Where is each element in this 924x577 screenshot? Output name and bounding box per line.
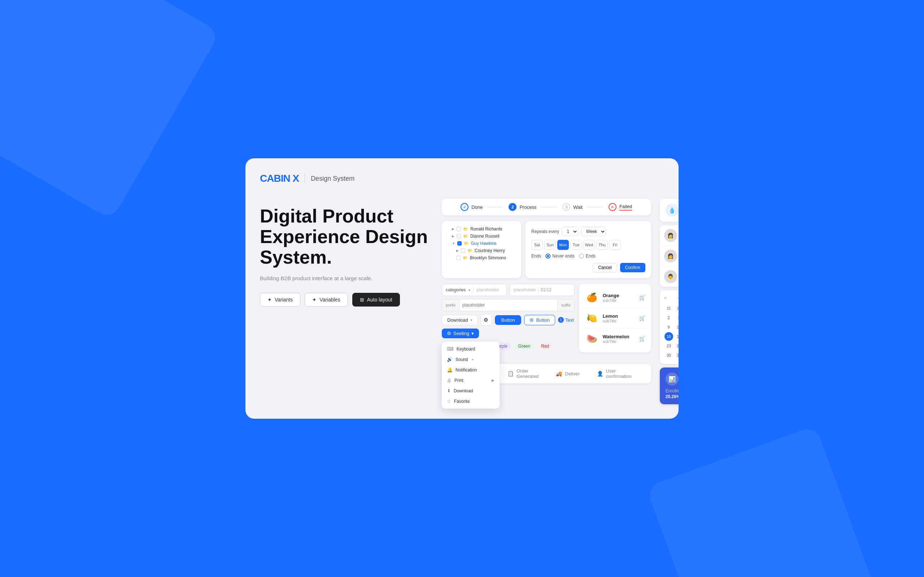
dropdown-download[interactable]: ⬇ Download <box>442 385 499 396</box>
variants-button[interactable]: ✦ Variants <box>260 293 300 306</box>
never-ends-option[interactable]: Never ends <box>545 253 574 259</box>
tree-name-1: Dianne Russell <box>470 234 499 239</box>
design-system-label: Design System <box>311 175 354 182</box>
fruit-img-2: 🍉 <box>585 331 599 346</box>
tree-widget: ▶ 📁 Ronald Richards ▶ 📁 Dianne Russell ▼… <box>442 221 521 278</box>
cal-3[interactable]: 3 <box>675 313 678 322</box>
day-thu[interactable]: Thu <box>596 240 608 250</box>
day-wed[interactable]: Wed <box>583 240 595 250</box>
tree-check-3[interactable] <box>461 248 465 253</box>
repeat-value-select[interactable]: 1 <box>562 227 578 236</box>
dropdown-keyboard[interactable]: ⌨ Keyboard <box>442 344 499 354</box>
tag-green[interactable]: Green <box>515 343 534 350</box>
cal-23[interactable]: 23 <box>664 342 673 350</box>
tab-user-confirm[interactable]: 👤 User confirmation <box>588 368 640 379</box>
cal-head-0: 25 <box>664 304 673 313</box>
cal-9[interactable]: 9 <box>664 323 673 331</box>
day-fri[interactable]: Fri <box>609 240 621 250</box>
right-sidebar: 💧 Water Bill $10,596.80 👩 Title subTitle… <box>660 199 678 404</box>
never-ends-label: Never ends <box>552 253 574 259</box>
primary-button[interactable]: Button <box>495 315 522 325</box>
cancel-button[interactable]: Cancel <box>593 263 617 272</box>
autolayout-button[interactable]: ⊞ Auto layout <box>352 293 400 306</box>
prefix-input[interactable]: prefix suffix <box>442 299 575 311</box>
gear-button[interactable]: ⚙ <box>480 314 492 326</box>
tab-order[interactable]: 📋 Order Generated <box>499 368 547 379</box>
tree-chevron-0: ▶ <box>452 227 454 231</box>
confirm-button[interactable]: Confirm <box>620 263 645 272</box>
cal-2[interactable]: 2 <box>664 313 673 322</box>
cal-10[interactable]: 10 <box>675 323 678 331</box>
variants-label: Variants <box>275 297 293 303</box>
right-area: ✓ Done 2 Process 3 Wait ✕ Failed <box>442 199 651 404</box>
badge-dot: 1 <box>558 317 564 323</box>
cal-prev[interactable]: ‹ <box>677 295 678 300</box>
tab-user-confirm-label: User confirmation <box>606 368 632 379</box>
dropdown-print[interactable]: 🖨 Print ▶ <box>442 375 499 385</box>
favorite-label: Favorite <box>454 399 470 404</box>
tab-deliver[interactable]: 🚚 Deliver <box>547 371 588 377</box>
day-sat[interactable]: Sat <box>531 240 543 250</box>
day-tue[interactable]: Tue <box>570 240 582 250</box>
cal-17[interactable]: 17 <box>675 332 678 341</box>
tree-check-0[interactable] <box>457 227 461 231</box>
action-buttons: ✦ Variants ✦ Variables ⊞ Auto layout <box>260 293 433 306</box>
tree-row-2: ▼ ✓ 📁 Guy Hawkins <box>447 240 515 247</box>
tree-name-3: Courtney Henry <box>475 248 505 253</box>
fruit-info-0: Orange subTitle <box>603 293 636 303</box>
print-label: Print <box>454 378 464 383</box>
logo: CABIN X <box>260 173 299 184</box>
ends-radio[interactable] <box>579 253 584 259</box>
main-card: CABIN X Design System Digital Product Ex… <box>246 158 678 419</box>
tree-chevron-1: ▶ <box>452 234 454 238</box>
tree-check-4[interactable] <box>456 256 460 260</box>
tag-red[interactable]: Red <box>538 343 552 350</box>
download-button[interactable]: Download ▾ <box>442 315 478 325</box>
number-input[interactable]: placeholder 01/12 <box>510 284 575 296</box>
calendar-widget: « ‹ 2022 May › » 25 26 27 28 29 30 1 2 <box>660 290 678 364</box>
report-header: 📊 Report Overview New Users <box>666 372 678 385</box>
cat-chevron-icon: ▾ <box>468 288 470 292</box>
dropdown-favorite[interactable]: ☆ Favorite <box>442 396 499 406</box>
cal-31[interactable]: 31 <box>675 351 678 359</box>
ends-option[interactable]: Ends <box>579 253 596 259</box>
outline-button[interactable]: ⚙ Button <box>524 315 555 325</box>
dropdown-notification[interactable]: 🔔 Notification <box>442 364 499 375</box>
fruit-item-2: 🍉 Watermelon subTitle 🛒 <box>583 329 648 349</box>
num-placeholder: placeholder <box>514 287 536 292</box>
dropdown-trigger[interactable]: ⚙ Seeting ▾ <box>442 329 479 338</box>
cal-24[interactable]: 24 <box>675 342 678 350</box>
cart-icon-0[interactable]: 🛒 <box>639 295 645 300</box>
fruit-img-0: 🍊 <box>585 290 599 305</box>
prefix-field[interactable] <box>459 303 557 308</box>
day-mon[interactable]: Mon <box>557 240 569 250</box>
variants-icon: ✦ <box>267 297 272 303</box>
repeat-unit-select[interactable]: Week <box>581 227 606 236</box>
tree-name-0: Ronald Richards <box>470 226 502 232</box>
ends-row: Ends Never ends Ends <box>531 253 645 259</box>
input-row-2: prefix suffix <box>442 299 575 311</box>
tree-chevron-3: ▶ <box>456 249 459 253</box>
list-card-2: 👨 Title subTitle › <box>660 266 678 287</box>
sound-icon: 🔊 <box>447 357 452 362</box>
cart-icon-1[interactable]: 🛒 <box>639 315 645 321</box>
dropdown-sound[interactable]: 🔊 Sound ● <box>442 354 499 364</box>
text-label: Text <box>565 318 574 323</box>
cal-prev-prev[interactable]: « <box>664 295 667 300</box>
list-card-0: 👩 Title subTitle › <box>660 226 678 246</box>
cat-placeholder: placeholder <box>477 287 499 292</box>
fruit-info-1: Lemon subTitle <box>603 313 636 323</box>
variables-button[interactable]: ✦ Variables <box>305 293 347 306</box>
day-sun[interactable]: Sun <box>544 240 556 250</box>
input-row-1: categories ▾ placeholder placeholder 01/… <box>442 284 575 296</box>
tree-check-2[interactable]: ✓ <box>457 241 462 246</box>
cal-16[interactable]: 16 <box>664 332 673 341</box>
cart-icon-2[interactable]: 🛒 <box>639 336 645 342</box>
avatar-0: 👩 <box>664 229 677 242</box>
never-ends-radio[interactable] <box>545 253 551 259</box>
cal-30[interactable]: 30 <box>664 351 673 359</box>
num-divider <box>538 287 538 293</box>
tree-check-1[interactable] <box>457 234 461 239</box>
dropdown-label: Seeting <box>453 331 469 336</box>
categories-input[interactable]: categories ▾ placeholder <box>442 284 507 296</box>
